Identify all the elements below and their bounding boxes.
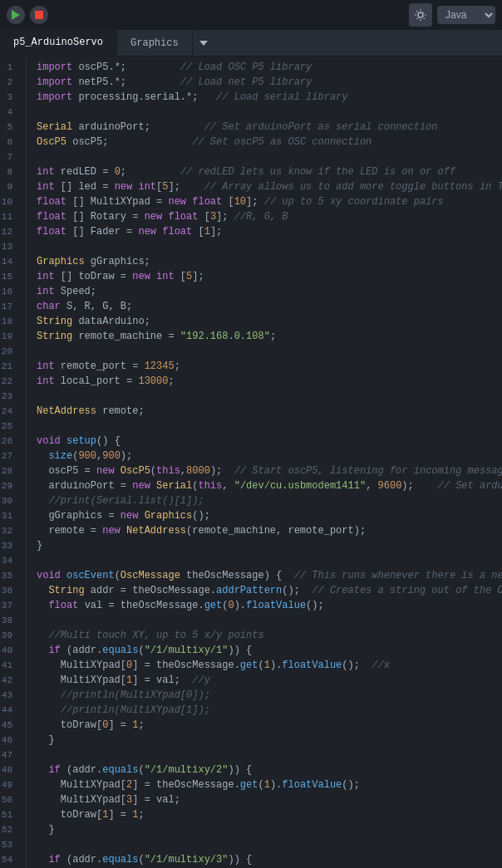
line-number: 29 bbox=[0, 478, 19, 493]
code-line: remote = new NetAddress(remote_machine, … bbox=[37, 523, 502, 538]
code-line bbox=[37, 613, 502, 628]
code-line: import oscP5.*; // Load OSC P5 library bbox=[37, 60, 502, 75]
line-number: 23 bbox=[0, 389, 19, 404]
code-line: int local_port = 13000; bbox=[37, 374, 502, 389]
line-number: 40 bbox=[0, 643, 19, 658]
code-line: if (addr.equals("/1/multixy/1")) { bbox=[37, 643, 502, 658]
svg-marker-3 bbox=[199, 41, 208, 46]
line-number: 13 bbox=[0, 239, 19, 254]
line-number: 51 bbox=[0, 807, 19, 822]
line-number: 6 bbox=[0, 135, 19, 150]
code-line bbox=[37, 239, 502, 254]
line-number: 35 bbox=[0, 568, 19, 583]
code-line: String dataArduino; bbox=[37, 314, 502, 329]
line-number: 11 bbox=[0, 209, 19, 224]
code-line bbox=[37, 553, 502, 568]
code-line bbox=[37, 837, 502, 852]
line-number: 24 bbox=[0, 404, 19, 419]
toolbar-right: Java Python C++ bbox=[409, 3, 495, 27]
code-line: int remote_port = 12345; bbox=[37, 359, 502, 374]
code-line: //println(MultiXYpad[0]); bbox=[37, 688, 502, 703]
line-number: 52 bbox=[0, 822, 19, 837]
code-line: //print(Serial.list()[1]); bbox=[37, 493, 502, 508]
code-line: void setup() { bbox=[37, 434, 502, 449]
line-number: 32 bbox=[0, 523, 19, 538]
line-number: 7 bbox=[0, 150, 19, 164]
line-number: 33 bbox=[0, 538, 19, 553]
svg-point-2 bbox=[418, 12, 423, 17]
line-number: 18 bbox=[0, 314, 19, 329]
line-number: 53 bbox=[0, 837, 19, 852]
tab-label-p5: p5_ArduinoServo bbox=[13, 37, 103, 48]
language-selector[interactable]: Java Python C++ bbox=[437, 6, 495, 24]
line-number: 25 bbox=[0, 419, 19, 434]
code-line: toDraw[1] = 1; bbox=[37, 807, 502, 822]
code-line: } bbox=[37, 538, 502, 553]
line-number: 1 bbox=[0, 60, 19, 75]
code-line: if (addr.equals("/1/multixy/3")) { bbox=[37, 852, 502, 867]
code-line: int redLED = 0; // redLED lets us know i… bbox=[37, 164, 502, 179]
code-line: NetAddress remote; bbox=[37, 404, 502, 419]
line-number: 45 bbox=[0, 718, 19, 733]
code-line: int [] toDraw = new int [5]; bbox=[37, 269, 502, 284]
code-line: } bbox=[37, 733, 502, 748]
line-number: 12 bbox=[0, 224, 19, 239]
line-number: 49 bbox=[0, 777, 19, 792]
line-number: 4 bbox=[0, 105, 19, 120]
settings-icon-button[interactable] bbox=[409, 3, 432, 27]
code-line: oscP5 = new OscP5(this,8000); // Start o… bbox=[37, 463, 502, 478]
line-number: 54 bbox=[0, 852, 19, 867]
line-numbers: 1234567891011121314151617181920212223242… bbox=[0, 56, 27, 868]
tab-label-graphics: Graphics bbox=[130, 37, 179, 49]
code-line: float [] Rotary = new float [3]; //R, G,… bbox=[37, 209, 502, 224]
toolbar: Java Python C++ bbox=[0, 0, 502, 30]
code-line: toDraw[0] = 1; bbox=[37, 718, 502, 733]
code-line: void oscEvent(OscMessage theOscMessage) … bbox=[37, 568, 502, 583]
line-number: 19 bbox=[0, 329, 19, 344]
line-number: 16 bbox=[0, 284, 19, 299]
code-line: MultiXYpad[1] = val; //y bbox=[37, 673, 502, 688]
line-number: 8 bbox=[0, 164, 19, 179]
line-number: 44 bbox=[0, 703, 19, 718]
code-line: String addr = theOscMessage.addrPattern(… bbox=[37, 583, 502, 598]
code-line: OscP5 oscP5; // Set oscP5 as OSC connect… bbox=[37, 135, 502, 150]
line-number: 3 bbox=[0, 90, 19, 105]
code-line bbox=[37, 344, 502, 359]
tab-graphics[interactable]: Graphics bbox=[117, 30, 193, 56]
code-line: import netP5.*; // Load net P5 library bbox=[37, 75, 502, 90]
line-number: 43 bbox=[0, 688, 19, 703]
line-number: 17 bbox=[0, 299, 19, 314]
code-container: 1234567891011121314151617181920212223242… bbox=[0, 56, 502, 868]
line-number: 37 bbox=[0, 598, 19, 613]
line-number: 42 bbox=[0, 673, 19, 688]
line-number: 2 bbox=[0, 75, 19, 90]
tab-p5-arduino-servo[interactable]: p5_ArduinoServo bbox=[0, 30, 117, 56]
line-number: 30 bbox=[0, 493, 19, 508]
svg-rect-1 bbox=[35, 11, 43, 19]
code-line: //println(MultiXYpad[1]); bbox=[37, 703, 502, 718]
code-line: gGraphics = new Graphics(); bbox=[37, 508, 502, 523]
line-number: 27 bbox=[0, 449, 19, 463]
code-line: String remote_machine = "192.168.0.108"; bbox=[37, 329, 502, 344]
code-line: } bbox=[37, 822, 502, 837]
tab-dropdown-button[interactable] bbox=[193, 30, 214, 56]
code-line: MultiXYpad[0] = theOscMessage.get(1).flo… bbox=[37, 658, 502, 673]
line-number: 41 bbox=[0, 658, 19, 673]
line-number: 14 bbox=[0, 254, 19, 269]
line-number: 10 bbox=[0, 194, 19, 209]
line-number: 47 bbox=[0, 748, 19, 763]
stop-button[interactable] bbox=[30, 6, 48, 24]
run-button[interactable] bbox=[7, 6, 25, 24]
line-number: 39 bbox=[0, 628, 19, 643]
code-line: float [] Fader = new float [1]; bbox=[37, 224, 502, 239]
line-number: 34 bbox=[0, 553, 19, 568]
code-line: MultiXYpad[2] = theOscMessage.get(1).flo… bbox=[37, 777, 502, 792]
line-number: 15 bbox=[0, 269, 19, 284]
code-line: Serial arduinoPort; // Set arduinoPort a… bbox=[37, 120, 502, 135]
line-number: 46 bbox=[0, 733, 19, 748]
code-editor[interactable]: import oscP5.*; // Load OSC P5 libraryim… bbox=[27, 56, 502, 868]
code-line: float [] MultiXYpad = new float [10]; //… bbox=[37, 194, 502, 209]
line-number: 21 bbox=[0, 359, 19, 374]
code-line: Graphics gGraphics; bbox=[37, 254, 502, 269]
line-number: 36 bbox=[0, 583, 19, 598]
